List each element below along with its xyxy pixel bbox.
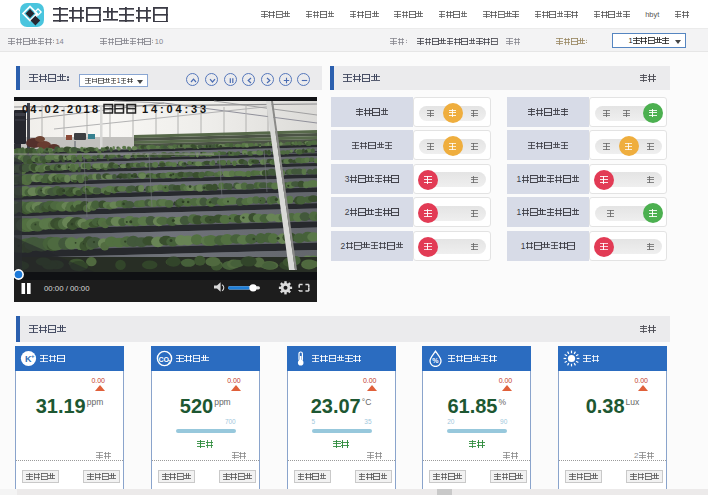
svg-text:00:00 / 00:00: 00:00 / 00:00 bbox=[44, 284, 90, 293]
svg-text:%: % bbox=[432, 357, 439, 364]
svg-text:+: + bbox=[31, 353, 35, 359]
